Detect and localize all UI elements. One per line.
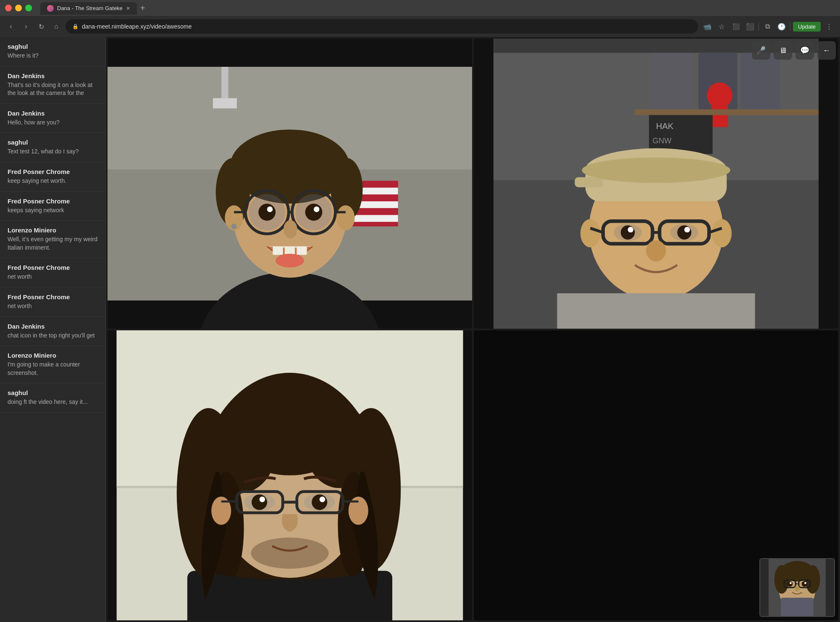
chat-message: Fred Posner Chromenet worth	[0, 287, 105, 317]
chat-message: Fred Posner Chromekeeps saying network	[0, 192, 105, 221]
chat-text: Text test 12, what do I say?	[8, 148, 98, 156]
svg-point-98	[320, 496, 325, 502]
tab-favicon	[47, 5, 54, 12]
chat-message: Dan Jenkinschat icon in the top right yo…	[0, 317, 105, 346]
svg-point-57	[580, 219, 600, 247]
extension-icon[interactable]: ⬛	[730, 21, 742, 32]
active-tab[interactable]: Dana - The Stream Gateke ✕	[40, 2, 137, 15]
address-bar[interactable]: 🔒 dana-meet.nimbleape.xyz/video/awesome	[66, 19, 698, 34]
svg-point-68	[628, 227, 633, 232]
svg-point-30	[314, 206, 320, 212]
chat-text: net worth	[8, 273, 98, 281]
chat-message: Lorenzo MinieroWell, it's even getting m…	[0, 221, 105, 258]
video-person-3	[108, 330, 472, 620]
chat-sender: Fred Posner Chrome	[8, 293, 98, 300]
chat-sender: Dan Jenkins	[8, 72, 98, 79]
update-button[interactable]: Update	[793, 22, 821, 32]
svg-rect-46	[649, 115, 712, 154]
chat-sender: saghul	[8, 43, 98, 50]
svg-point-56	[582, 158, 730, 183]
video-cell-3	[108, 330, 472, 620]
svg-point-31	[284, 220, 297, 238]
svg-point-19	[336, 206, 354, 231]
home-button[interactable]: ⌂	[50, 21, 62, 32]
maximize-window-button[interactable]	[25, 5, 32, 11]
video-person-1	[108, 39, 472, 329]
svg-point-111	[787, 581, 793, 587]
toolbar-right: 📹 ☆ ⬛ ⬛ ⧉ 🕐 Update ⋮	[701, 21, 835, 32]
person2-video: HAK GNW STAR WAR	[474, 39, 838, 329]
chat-text: That's so it's doing it on a look at the…	[8, 81, 98, 98]
address-text: dana-meet.nimbleape.xyz/video/awesome	[82, 23, 192, 30]
exit-button[interactable]: ←	[817, 41, 836, 60]
chat-text: keeps saying network	[8, 206, 98, 215]
chat-sender: saghul	[8, 389, 98, 396]
svg-point-106	[774, 565, 789, 594]
chat-sender: Fred Posner Chrome	[8, 264, 98, 271]
toolbar-divider-2	[790, 22, 790, 31]
video-area: 🎤 🖥 💬 ←	[106, 37, 840, 622]
svg-rect-45	[635, 109, 819, 115]
svg-point-27	[258, 203, 276, 221]
menu-icon[interactable]: ⋮	[823, 21, 835, 32]
chat-sender: Fred Posner Chrome	[8, 198, 98, 205]
svg-point-70	[646, 240, 666, 261]
toolbar-divider	[759, 22, 759, 31]
chat-message: Lorenzo MinieroI'm going to make a count…	[0, 346, 105, 383]
profile-icon[interactable]: ⬛	[744, 21, 756, 32]
chat-message: saghuldoing ft the video here, say it...	[0, 383, 105, 413]
bookmark-icon[interactable]: ☆	[716, 21, 727, 32]
svg-point-99	[251, 538, 328, 569]
mic-button[interactable]: 🎤	[752, 41, 770, 60]
svg-rect-116	[781, 598, 814, 616]
back-button[interactable]: ‹	[5, 21, 17, 32]
svg-text:HAK: HAK	[656, 121, 674, 131]
svg-point-114	[804, 582, 806, 584]
traffic-lights	[5, 5, 32, 11]
chat-toggle-button[interactable]: 💬	[795, 41, 814, 60]
svg-point-96	[312, 494, 327, 510]
video-icon[interactable]: 📹	[701, 21, 713, 32]
chat-sender: Lorenzo Miniero	[8, 227, 98, 234]
tab-title: Dana - The Stream Gateke	[57, 5, 123, 11]
chat-text: Well, it's even getting my my weird Ital…	[8, 235, 98, 252]
screen-share-button[interactable]: 🖥	[774, 41, 792, 60]
svg-point-28	[305, 203, 323, 221]
svg-rect-34	[297, 246, 307, 255]
svg-point-115	[795, 585, 800, 591]
svg-point-29	[267, 206, 273, 212]
chat-text: doing ft the video here, say it...	[8, 398, 98, 406]
svg-rect-3	[213, 98, 237, 108]
tab-close-button[interactable]: ✕	[126, 5, 130, 11]
forward-button[interactable]: ›	[20, 21, 32, 32]
chat-sender: Dan Jenkins	[8, 110, 98, 117]
svg-point-112	[802, 581, 808, 587]
video-cell-1	[108, 39, 472, 329]
svg-point-107	[805, 565, 820, 594]
chat-text: Hello, how are you?	[8, 119, 98, 127]
minimize-window-button[interactable]	[15, 5, 22, 11]
history-icon[interactable]: 🕐	[776, 21, 788, 32]
chat-text: net worth	[8, 302, 98, 311]
chat-text: Where is it?	[8, 52, 98, 60]
svg-rect-2	[221, 67, 228, 101]
refresh-button[interactable]: ↻	[35, 21, 47, 32]
svg-rect-71	[557, 293, 755, 329]
svg-rect-118	[826, 559, 834, 616]
tab-groups-icon[interactable]: ⧉	[761, 21, 773, 32]
chat-message: Dan JenkinsHello, how are you?	[0, 104, 105, 133]
svg-point-83	[233, 405, 346, 475]
chat-sidebar[interactable]: saghulWhere is it?Dan JenkinsThat's so i…	[0, 37, 106, 622]
close-window-button[interactable]	[5, 5, 12, 11]
svg-point-113	[790, 582, 792, 584]
chat-messages-container: saghulWhere is it?Dan JenkinsThat's so i…	[0, 37, 105, 413]
svg-point-43	[707, 82, 732, 108]
new-tab-button[interactable]: +	[137, 2, 149, 15]
browser-chrome: Dana - The Stream Gateke ✕ + ‹ › ↻ ⌂ 🔒 d…	[0, 0, 840, 37]
chat-text: I'm going to make a counter screenshot.	[8, 361, 98, 377]
svg-rect-40	[649, 53, 691, 110]
svg-point-36	[231, 224, 237, 229]
svg-rect-117	[761, 559, 769, 616]
video-grid: HAK GNW STAR WAR	[106, 37, 840, 622]
svg-point-67	[677, 225, 691, 240]
